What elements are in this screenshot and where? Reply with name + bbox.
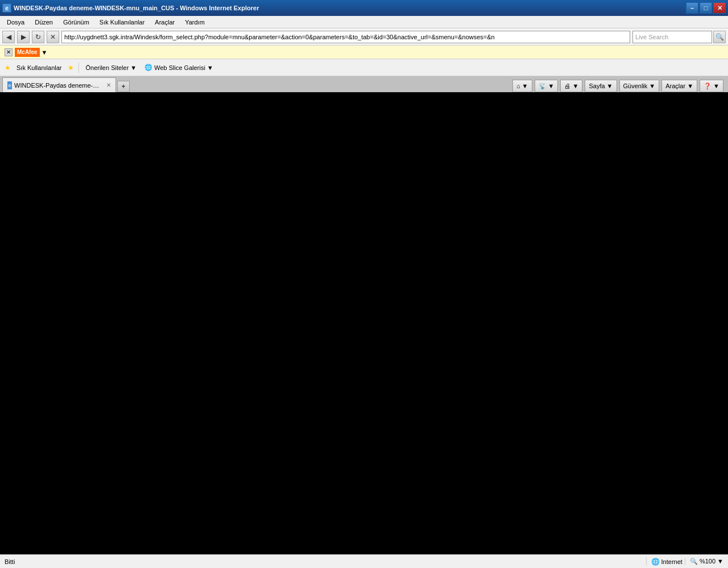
menu-bar: Dosya Düzen Görünüm Sık Kullanılanlar Ar… [0, 16, 728, 28]
refresh-button[interactable]: ↻ [32, 31, 44, 43]
address-bar: ◀ ▶ ↻ ✕ 🔍 [0, 28, 728, 46]
tab-favicon: e [7, 81, 12, 89]
tools-toolbar-btn[interactable]: Araçlar ▼ [661, 80, 697, 92]
app-icon: e [2, 3, 11, 13]
window-controls: – □ ✕ [686, 2, 726, 14]
stop-button[interactable]: ✕ [47, 31, 59, 43]
search-bar: 🔍 [632, 31, 726, 43]
security-toolbar-btn[interactable]: Güvenlik ▼ [619, 80, 660, 92]
search-input[interactable] [632, 31, 712, 43]
toolbar-right: ⌂ ▼ 📡 ▼ 🖨 ▼ Sayfa ▼ Güvenlik ▼ Araçlar ▼… [512, 80, 726, 92]
close-window-button[interactable]: ✕ [713, 2, 726, 14]
webslice-dropdown-icon: ▼ [207, 64, 213, 71]
suggested-sites-item[interactable]: Önerilen Siteler ▼ [84, 63, 139, 72]
menu-gorunum[interactable]: Görünüm [59, 18, 94, 27]
menu-sik-kullanilanlar[interactable]: Sık Kullanılanlar [95, 18, 150, 27]
window-title: WINDESK-Paydas deneme-WINDESK-mnu_main_C… [14, 5, 259, 11]
menu-araclar[interactable]: Araçlar [150, 18, 179, 27]
help-toolbar-btn[interactable]: ❓ ▼ [700, 80, 723, 92]
mcafee-badge: McAfee [15, 48, 40, 57]
menu-yardim[interactable]: Yardım [180, 18, 209, 27]
tabs-bar: e WINDESK-Paydas deneme-WINDESK-mnu_main… [0, 76, 728, 92]
favorites-star-icon: ★ [5, 64, 11, 72]
webslice-item[interactable]: 🌐 Web Slice Galerisi ▼ [142, 63, 216, 72]
menu-dosya[interactable]: Dosya [2, 18, 29, 27]
tab-close-button[interactable]: ✕ [106, 81, 111, 89]
rss-toolbar-btn[interactable]: 📡 ▼ [535, 80, 559, 92]
security-bar: ✕ McAfee ▼ [0, 46, 728, 59]
suggested-dropdown-icon: ▼ [130, 64, 136, 71]
maximize-button[interactable]: □ [700, 2, 712, 14]
back-button[interactable]: ◀ [2, 31, 15, 43]
title-bar: e WINDESK-Paydas deneme-WINDESK-mnu_main… [0, 0, 728, 16]
page-toolbar-btn[interactable]: Sayfa ▼ [585, 80, 617, 92]
tab-label: WINDESK-Paydas deneme-WINDESK-mnu_main_C… [14, 82, 104, 89]
home-toolbar-btn[interactable]: ⌂ ▼ [512, 80, 532, 92]
minimize-button[interactable]: – [686, 2, 698, 14]
webslice-icon: 🌐 [144, 64, 152, 71]
favorites-label[interactable]: Sık Kullanılanlar [14, 63, 64, 72]
search-go-button[interactable]: 🔍 [713, 31, 726, 43]
suggested-sites-label: Önerilen Siteler [86, 64, 129, 71]
address-input[interactable] [61, 31, 630, 43]
webslice-label: Web Slice Galerisi [154, 64, 205, 71]
menu-duzen[interactable]: Düzen [30, 18, 57, 27]
mcafee-dropdown-icon: ▼ [42, 49, 48, 56]
print-toolbar-btn[interactable]: 🖨 ▼ [560, 80, 582, 92]
add-favorites-icon: ★ [68, 64, 74, 72]
favorites-bar: ★ Sık Kullanılanlar ★ Önerilen Siteler ▼… [0, 59, 728, 76]
tab-main[interactable]: e WINDESK-Paydas deneme-WINDESK-mnu_main… [2, 77, 116, 92]
new-tab-button[interactable]: + [117, 81, 130, 92]
forward-button[interactable]: ▶ [17, 31, 30, 43]
security-close-button[interactable]: ✕ [5, 48, 13, 56]
